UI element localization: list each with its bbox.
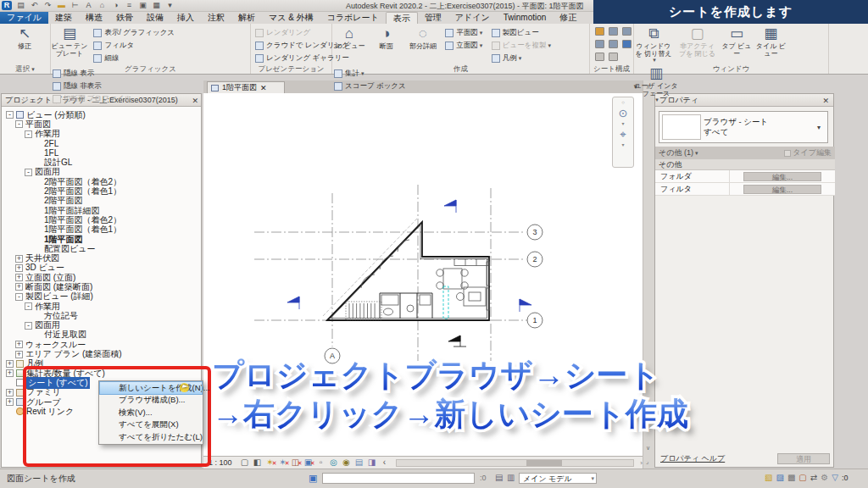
tree-toggle-icon[interactable]: +: [15, 274, 23, 281]
sun-path-icon[interactable]: ✶✕: [265, 458, 275, 468]
graphics-panel-label[interactable]: グラフィックス: [51, 64, 250, 74]
worksharing-status-icon[interactable]: ▧: [765, 473, 772, 483]
tree-item[interactable]: -図面用: [3, 321, 199, 330]
editable-only-icon[interactable]: ▨: [776, 473, 783, 483]
callout-button[interactable]: ◌ 部分詳細: [406, 24, 440, 50]
view-tab-close-icon[interactable]: ✕: [260, 84, 267, 92]
ribbon-tab-Twinmotion[interactable]: Twinmotion: [497, 12, 554, 24]
visibility-graphics-button[interactable]: 表示/ グラフィックス: [92, 27, 176, 39]
worksets-dialog-icon[interactable]: ▤: [495, 473, 503, 482]
ribbon-tab-アドイン[interactable]: アドイン: [448, 12, 497, 24]
scroll-down-icon[interactable]: ∨: [646, 445, 650, 452]
revisions-icon[interactable]: [595, 40, 604, 48]
properties-close-icon[interactable]: ✕: [822, 95, 829, 108]
sheet-composition-panel-label[interactable]: シート構成: [590, 64, 633, 74]
new-sheet-icon[interactable]: [595, 27, 604, 36]
context-menu-item[interactable]: 検索(V)...: [100, 407, 202, 419]
tree-toggle-icon[interactable]: +: [6, 369, 14, 377]
scroll-right-icon[interactable]: ›: [640, 459, 643, 467]
rendering-dialog-icon[interactable]: ◫✕: [291, 458, 301, 468]
ribbon-tab-構造[interactable]: 構造: [79, 12, 109, 24]
design-options-icon[interactable]: ▩: [787, 473, 795, 483]
ribbon-tab-注釈[interactable]: 注釈: [201, 12, 231, 24]
crop-region-visible-icon[interactable]: ▫: [316, 458, 326, 468]
active-workset-dropdown[interactable]: [322, 473, 475, 484]
switch-windows-button[interactable]: ⧉ ウィンドウを 切り替え: [634, 24, 673, 64]
drafting-view-button[interactable]: 製図ビュー: [490, 27, 554, 39]
horizontal-scrollbar[interactable]: [396, 459, 635, 467]
legends-button[interactable]: 凡例: [490, 53, 554, 64]
viewports-icon[interactable]: [609, 53, 618, 61]
modify-button[interactable]: ↖ 修正: [6, 24, 43, 50]
place-view-icon[interactable]: [609, 27, 618, 36]
steering-wheel-icon[interactable]: ⊙: [619, 107, 628, 119]
tree-toggle-icon[interactable]: +: [6, 389, 14, 396]
background-processes-icon[interactable]: ⚙: [821, 473, 828, 483]
ribbon-tab-管理[interactable]: 管理: [418, 12, 448, 24]
windows-panel-label[interactable]: ウィンドウ: [634, 64, 828, 74]
design-options-dropdown[interactable]: メイン モデル: [519, 473, 597, 484]
tab-views-button[interactable]: ▭ タブ ビュー: [721, 24, 752, 58]
tree-toggle-icon[interactable]: -: [25, 322, 32, 330]
type-selector[interactable]: ブラウザ - シート すべて ▾: [659, 111, 828, 143]
worksharing-display-icon[interactable]: ▤: [354, 458, 364, 468]
tree-item[interactable]: 方位記号: [3, 311, 199, 320]
view-reference-icon[interactable]: [595, 53, 604, 61]
measure-icon[interactable]: ▬: [57, 1, 66, 10]
project-browser-close-icon[interactable]: ✕: [192, 95, 198, 108]
aligned-dimension-icon[interactable]: ⊢: [70, 1, 80, 10]
shadows-icon[interactable]: ✶✕: [278, 458, 288, 468]
tree-item[interactable]: -製図ビュー (詳細): [3, 292, 199, 302]
switch-windows-icon[interactable]: ▣: [138, 1, 147, 10]
tile-windows-icon[interactable]: ▦: [152, 1, 161, 10]
tree-toggle-icon[interactable]: -: [25, 169, 32, 176]
context-menu-item[interactable]: すべてを折りたたむ(L): [100, 431, 202, 443]
ribbon-tab-表示[interactable]: 表示: [386, 12, 418, 24]
properties-section-other[interactable]: その他: [655, 159, 835, 170]
tree-item[interactable]: 1FL: [3, 148, 199, 158]
undo-icon[interactable]: ↶: [30, 1, 39, 10]
tree-item[interactable]: -平面図: [3, 119, 199, 129]
folder-edit-button[interactable]: 編集...: [743, 172, 821, 181]
context-menu-item[interactable]: すべてを展開(X): [100, 419, 202, 430]
tree-toggle-icon[interactable]: +: [15, 351, 23, 358]
view-tab[interactable]: 1階平面図 ✕: [207, 81, 285, 93]
tree-toggle-icon[interactable]: -: [25, 130, 32, 138]
annotate-text-icon[interactable]: A: [84, 1, 93, 10]
tree-toggle-icon[interactable]: -: [25, 302, 32, 310]
thin-lines-button[interactable]: 細線: [92, 53, 176, 64]
tree-toggle-icon[interactable]: +: [6, 360, 14, 368]
selection-filter-icon[interactable]: ▽: [832, 473, 838, 483]
elevation-button[interactable]: 立面図: [443, 40, 486, 52]
scope-box-button[interactable]: スコープ ボックス: [332, 80, 409, 92]
steering-wheel-dropdown-icon[interactable]: ▾: [621, 121, 624, 126]
remove-hidden-lines-button[interactable]: 隠線 非表示: [51, 80, 122, 92]
tree-item[interactable]: -作業用: [3, 302, 199, 311]
tree-item[interactable]: -作業用: [3, 130, 199, 139]
exclude-options-icon[interactable]: ▢: [798, 473, 806, 483]
filter-button[interactable]: フィルタ: [92, 40, 176, 52]
reveal-hidden-elements-icon[interactable]: ◉: [342, 458, 352, 468]
crop-view-icon[interactable]: ▣✕: [303, 458, 314, 468]
view-template-button[interactable]: ▤ ビュー テンプレート: [51, 24, 88, 58]
tree-toggle-icon[interactable]: +: [15, 283, 23, 291]
ribbon-tab-コラボレート[interactable]: コラボレート: [320, 12, 386, 24]
expand-icon[interactable]: ‹: [380, 458, 390, 468]
type-selector-dropdown-icon[interactable]: ▾: [817, 112, 827, 142]
view-scale-button[interactable]: 1 : 100: [209, 458, 232, 467]
tree-item[interactable]: 2FL: [3, 139, 199, 148]
ribbon-tab-解析[interactable]: 解析: [231, 12, 262, 24]
3d-view-button[interactable]: ⌂ 3D ビュー: [332, 24, 366, 50]
zoom-tool-icon[interactable]: ⌖: [620, 128, 626, 141]
ribbon-tab-鉄骨[interactable]: 鉄骨: [109, 12, 140, 24]
horizontal-scrollbar-thumb[interactable]: [526, 460, 562, 466]
zoom-dropdown-icon[interactable]: ▾: [621, 142, 624, 147]
temporary-view-properties-icon[interactable]: ◨: [367, 458, 377, 468]
properties-help-link[interactable]: プロパティ ヘルプ: [655, 453, 777, 464]
section-button[interactable]: ◑ 断面: [370, 24, 402, 50]
tree-toggle-icon[interactable]: +: [6, 398, 14, 406]
ribbon-tab-設備[interactable]: 設備: [140, 12, 170, 24]
guide-grid-icon[interactable]: [609, 40, 618, 48]
render-gallery-button[interactable]: レンダリング ギャラリー: [253, 53, 331, 64]
select-panel-label[interactable]: 選択: [0, 64, 50, 74]
